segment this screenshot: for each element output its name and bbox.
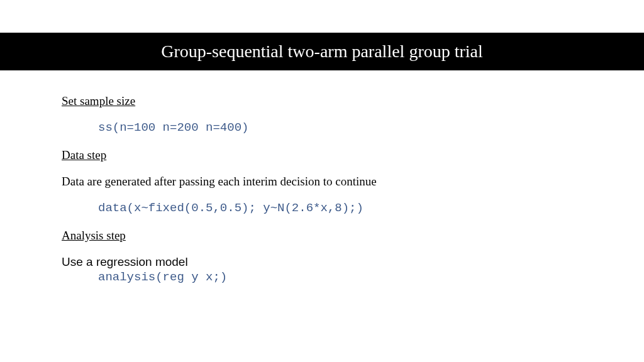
body-data-step: Data are generated after passing each in… [62, 175, 582, 189]
slide-title-bar: Group-sequential two-arm parallel group … [0, 33, 644, 70]
code-sample-size: ss(n=100 n=200 n=400) [98, 121, 582, 134]
slide: Group-sequential two-arm parallel group … [0, 33, 644, 362]
code-analysis-step: analysis(reg y x;) [98, 270, 582, 284]
body-analysis-step: Use a regression model [62, 255, 582, 269]
heading-analysis-step: Analysis step [62, 229, 582, 243]
heading-data-step: Data step [62, 148, 582, 162]
code-data-step: data(x~fixed(0.5,0.5); y~N(2.6*x,8);) [98, 201, 582, 215]
section-data-step: Data step Data are generated after passi… [62, 148, 582, 215]
slide-content: Set sample size ss(n=100 n=200 n=400) Da… [0, 70, 644, 284]
slide-title: Group-sequential two-arm parallel group … [161, 41, 483, 61]
section-analysis-step: Analysis step Use a regression model ana… [62, 229, 582, 284]
section-sample-size: Set sample size ss(n=100 n=200 n=400) [62, 94, 582, 134]
heading-sample-size: Set sample size [62, 94, 582, 108]
